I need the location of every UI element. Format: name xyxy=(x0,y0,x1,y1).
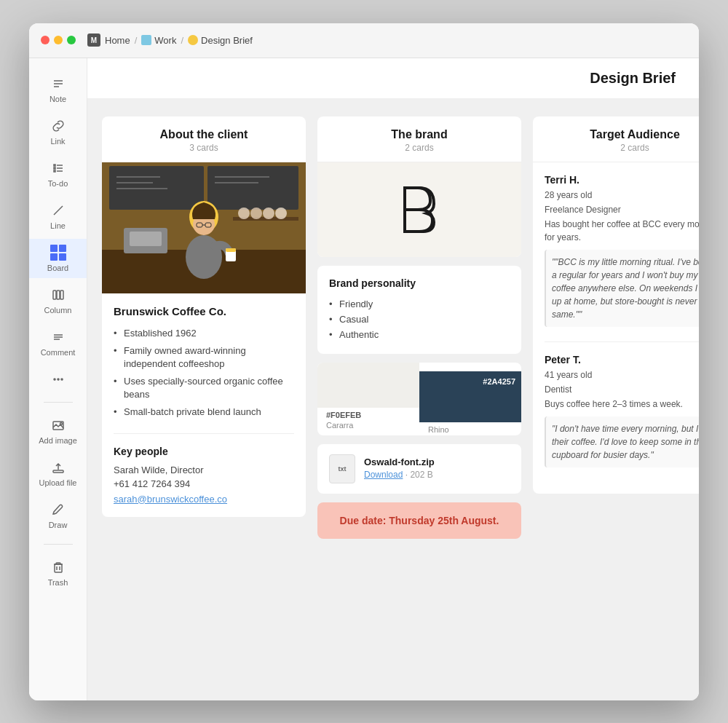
logo-display xyxy=(317,162,521,257)
sidebar-item-upload[interactable]: Upload file xyxy=(29,454,87,493)
persona-0-occupation: Freelance Designer xyxy=(545,203,699,216)
sidebar-draw-label: Draw xyxy=(49,521,68,529)
svg-point-16 xyxy=(54,379,55,380)
breadcrumb-home-label[interactable]: Home xyxy=(105,35,130,46)
breadcrumb-design-label[interactable]: Design Brief xyxy=(201,35,253,46)
sidebar-item-comment[interactable]: Comment xyxy=(29,323,87,363)
svg-rect-26 xyxy=(109,166,204,210)
audience-card: Target Audience 2 cards Terri H. 28 year… xyxy=(533,116,699,494)
page-title: Design Brief xyxy=(590,70,676,87)
brand-column: The brand 2 cards xyxy=(317,116,521,539)
more-icon xyxy=(50,371,66,387)
close-button[interactable] xyxy=(41,36,50,44)
color-swatch-cararra: #F0EFEB Cararra xyxy=(317,363,419,435)
key-people-section: Key people Sarah Wilde, Director +61 412… xyxy=(102,434,306,517)
sidebar-line-label: Line xyxy=(50,221,66,230)
contact-name: Sarah Wilde, Director xyxy=(114,465,294,475)
page-title-bar: Design Brief xyxy=(87,58,699,99)
design-icon xyxy=(188,35,198,45)
color-name-rhino: Rhino xyxy=(428,425,513,434)
sidebar-item-board[interactable]: Board xyxy=(29,239,87,278)
color-name-cararra: Cararra xyxy=(326,421,411,430)
audience-card-header: Target Audience 2 cards xyxy=(533,116,699,162)
sidebar-item-draw[interactable]: Draw xyxy=(29,496,87,535)
link-icon xyxy=(50,118,66,134)
sidebar-item-todo[interactable]: To-do xyxy=(29,154,87,194)
contact-email[interactable]: sarah@brunswickcoffee.co xyxy=(114,494,227,505)
todo-icon xyxy=(50,160,66,176)
sidebar-item-trash[interactable]: Trash xyxy=(29,553,87,593)
comment-icon xyxy=(50,329,66,345)
add-image-icon xyxy=(50,417,66,433)
color-block-rhino: #2A4257 xyxy=(419,371,521,422)
app-window: M Home / Work / Design Brief xyxy=(29,23,699,700)
key-people-title: Key people xyxy=(114,446,294,457)
line-icon xyxy=(50,202,66,218)
sidebar-item-note[interactable]: Note xyxy=(29,70,87,109)
audience-column: Target Audience 2 cards Terri H. 28 year… xyxy=(533,116,699,494)
breadcrumb-work[interactable]: Work xyxy=(141,35,176,46)
sidebar-divider xyxy=(44,402,73,403)
svg-point-18 xyxy=(61,379,63,380)
sidebar-todo-label: To-do xyxy=(48,179,68,188)
home-icon[interactable]: M xyxy=(87,33,100,47)
upload-icon xyxy=(50,459,66,475)
client-company-name: Brunswick Coffee Co. xyxy=(114,305,294,317)
sidebar-divider-2 xyxy=(44,544,73,545)
brand-logo-card: The brand 2 cards xyxy=(317,116,521,257)
color-swatch-rhino: #2A4257 Rhino xyxy=(419,363,521,435)
sidebar-item-more[interactable] xyxy=(29,366,87,393)
note-icon xyxy=(50,76,66,92)
client-card-header: About the client 3 cards xyxy=(102,116,306,162)
coffee-shop-image xyxy=(102,162,306,293)
sidebar-column-label: Column xyxy=(44,306,72,315)
brand-column-subtitle: 2 cards xyxy=(329,143,510,153)
persona-0-age: 28 years old xyxy=(545,189,699,202)
colors-row: #F0EFEB Cararra #2A4257 xyxy=(317,363,521,435)
svg-rect-27 xyxy=(207,166,298,210)
svg-rect-22 xyxy=(55,564,62,572)
client-column-subtitle: 3 cards xyxy=(114,143,294,153)
color-hex-cararra: #F0EFEB xyxy=(326,411,411,419)
breadcrumb-design[interactable]: Design Brief xyxy=(188,35,253,46)
draw-icon xyxy=(50,502,66,518)
breadcrumb-separator: / xyxy=(135,35,138,46)
file-download-link[interactable]: Download xyxy=(364,470,403,480)
color-hex-rhino-display: #2A4257 xyxy=(483,377,515,386)
sidebar-addimage-label: Add image xyxy=(39,436,77,445)
file-type-icon: txt xyxy=(329,454,355,483)
svg-rect-21 xyxy=(53,470,63,473)
persona-1-name: Peter T. xyxy=(545,354,699,366)
client-card: About the client 3 cards xyxy=(102,116,306,517)
personality-trait-2: Authentic xyxy=(329,327,510,342)
sidebar-item-column[interactable]: Column xyxy=(29,281,87,320)
trash-icon xyxy=(50,559,66,575)
persona-peter: Peter T. 41 years old Dentist Buys coffe… xyxy=(545,341,699,467)
maximize-button[interactable] xyxy=(67,36,76,44)
persona-0-quote: ""BCC is my little morning ritual. I've … xyxy=(545,250,699,327)
page-layout: Note Link xyxy=(29,58,699,700)
contact-phone: +61 412 7264 394 xyxy=(114,478,294,489)
svg-point-34 xyxy=(238,208,250,219)
sidebar-item-line[interactable]: Line xyxy=(29,197,87,236)
sidebar-item-link[interactable]: Link xyxy=(29,112,87,151)
due-date-text: Due date: Thursday 25th August. xyxy=(340,515,499,526)
minimize-button[interactable] xyxy=(54,36,63,44)
personality-list: Friendly Casual Authentic xyxy=(329,296,510,342)
audience-content: Terri H. 28 years old Freelance Designer… xyxy=(533,162,699,494)
breadcrumb-separator-2: / xyxy=(181,35,183,46)
client-detail-2: Uses specially-sourced organic coffee be… xyxy=(114,373,294,403)
board-area: About the client 3 cards xyxy=(87,99,699,700)
breadcrumb-work-label[interactable]: Work xyxy=(154,35,176,46)
sidebar: Note Link xyxy=(29,58,87,700)
column-icon xyxy=(50,287,66,303)
sidebar-note-label: Note xyxy=(50,95,66,103)
due-date-card: Due date: Thursday 25th August. xyxy=(317,502,521,539)
svg-rect-12 xyxy=(60,291,63,299)
sidebar-item-add-image[interactable]: Add image xyxy=(29,411,87,451)
audience-column-title: Target Audience xyxy=(545,128,699,141)
svg-rect-7 xyxy=(54,167,55,169)
file-icon-label: txt xyxy=(339,465,347,473)
brand-personality-card: Brand personality Friendly Casual Authen… xyxy=(317,266,521,354)
svg-line-9 xyxy=(54,206,63,215)
